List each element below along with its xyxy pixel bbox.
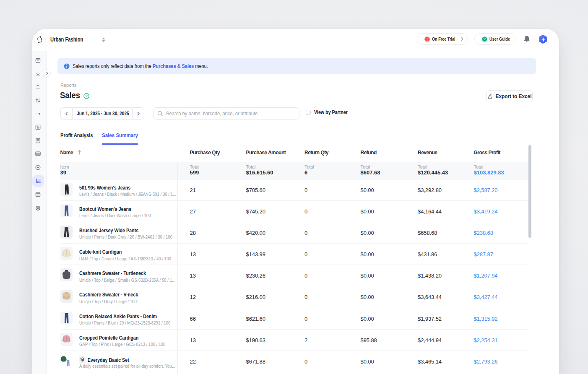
svg-text:?: ? [484, 37, 486, 41]
svg-text:?: ? [85, 94, 88, 98]
